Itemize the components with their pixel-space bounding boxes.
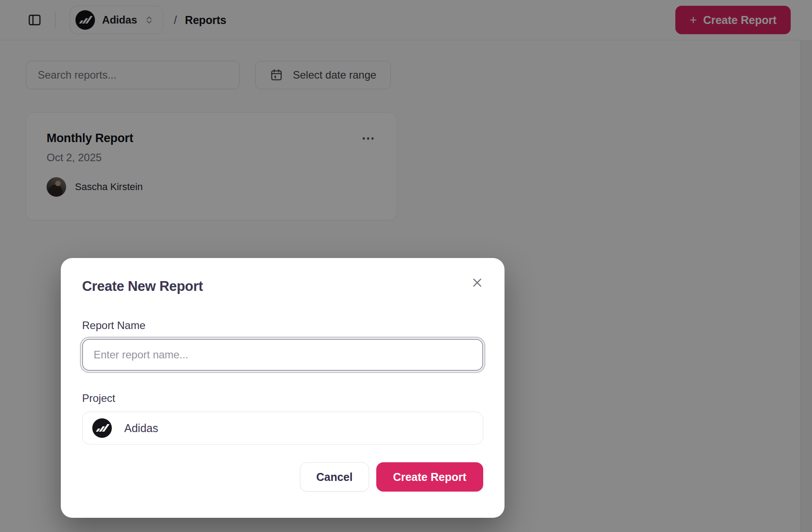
close-icon	[471, 277, 483, 289]
adidas-logo-icon	[92, 418, 112, 438]
report-name-label: Report Name	[82, 319, 483, 332]
project-label: Project	[82, 392, 483, 405]
app-screen: Adidas / Reports + Create Report	[0, 0, 812, 532]
modal-title: Create New Report	[82, 278, 483, 294]
create-report-modal: Create New Report Report Name Project	[61, 258, 505, 518]
modal-create-report-button[interactable]: Create Report	[376, 462, 483, 492]
report-name-input[interactable]	[82, 339, 483, 371]
modal-close-button[interactable]	[469, 274, 486, 291]
project-select[interactable]: Adidas	[82, 412, 483, 445]
cancel-button[interactable]: Cancel	[300, 462, 369, 492]
project-select-value: Adidas	[124, 422, 158, 435]
